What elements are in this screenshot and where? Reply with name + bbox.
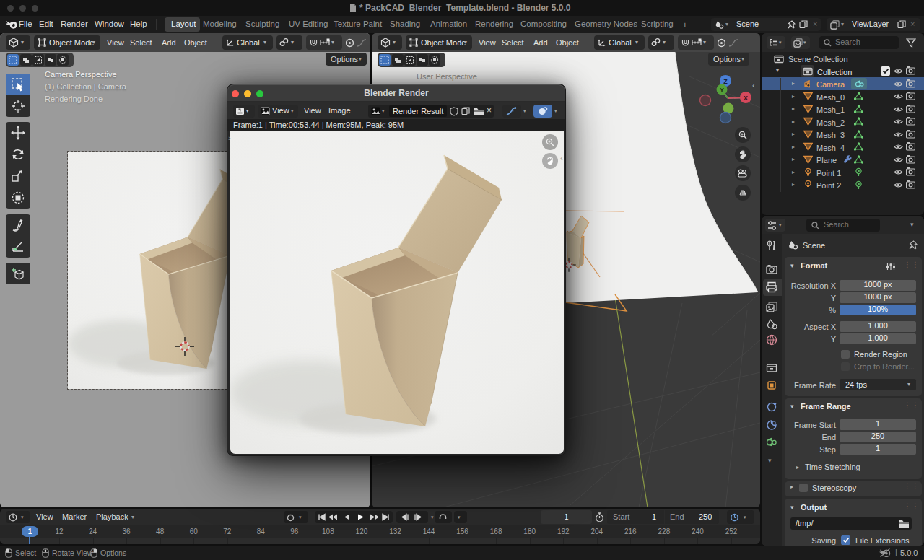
svg-text:Y: Y	[720, 87, 724, 94]
svg-text:Z: Z	[723, 78, 728, 85]
svg-text:X: X	[744, 95, 748, 102]
